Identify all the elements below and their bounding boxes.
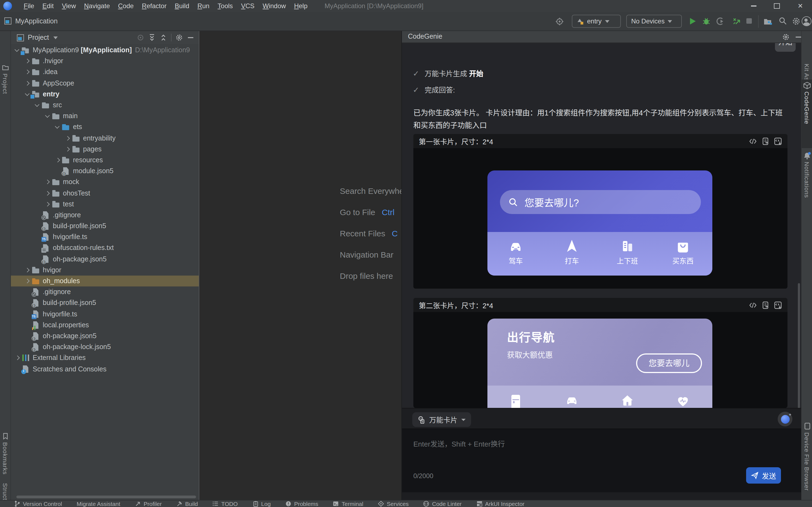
chevron-down-icon[interactable] [53, 36, 58, 39]
tree-row[interactable]: .gitignore [11, 286, 199, 297]
tree-row[interactable]: {}build-profile.json5 [11, 221, 199, 231]
close-button[interactable]: ✕ [789, 0, 812, 12]
status-build[interactable]: Build [176, 501, 198, 507]
status-services[interactable]: Services [378, 501, 409, 507]
status-terminal[interactable]: Terminal [333, 501, 363, 507]
copy-code-icon[interactable] [761, 301, 769, 309]
chevron-expanded-icon[interactable] [33, 101, 41, 109]
tree-row[interactable]: {}oh-package.json5 [11, 331, 199, 341]
chevron-expanded-icon[interactable] [13, 46, 21, 54]
stripe-project[interactable]: Project [2, 73, 8, 94]
chevron-collapsed-icon[interactable] [53, 156, 62, 164]
project-stripe-icon[interactable] [2, 64, 9, 71]
stop-button-disabled[interactable] [746, 17, 753, 24]
tree-row[interactable]: AppScope [11, 77, 199, 89]
status-problems[interactable]: Problems [285, 501, 318, 507]
tree-row[interactable]: {}build-profile.json5 [11, 298, 199, 308]
attach-debugger-button[interactable] [732, 17, 741, 25]
tree-row[interactable]: ohosTest [11, 187, 199, 199]
stripe-notifications[interactable]: Notifications [804, 162, 810, 198]
collapse-all-icon[interactable] [160, 34, 167, 41]
chevron-collapsed-icon[interactable] [23, 277, 31, 285]
tree-row[interactable]: src [11, 100, 199, 111]
tree-row[interactable]: External Libraries [11, 353, 199, 363]
tree-row[interactable]: hvigor [11, 265, 199, 276]
bookmarks-stripe-icon[interactable] [2, 433, 9, 440]
status-migrate-assistant[interactable]: Migrate Assistant [77, 501, 120, 507]
chevron-expanded-icon[interactable] [23, 90, 31, 99]
tree-row[interactable]: {}oh-package-lock.json5 [11, 341, 199, 352]
horizontal-scrollbar[interactable] [16, 496, 196, 498]
panel-gear-icon[interactable] [782, 33, 790, 41]
message-textarea[interactable]: Enter发送，Shift + Enter换行 0/2000 发送 [402, 429, 801, 492]
view-code-icon[interactable] [749, 137, 757, 145]
status-todo[interactable]: TODO [213, 501, 238, 507]
hide-panel-icon[interactable] [187, 34, 194, 41]
chevron-collapsed-icon[interactable] [43, 189, 52, 198]
tree-row[interactable]: TShvigorfile.ts [11, 231, 199, 242]
project-panel-title[interactable]: Project [28, 34, 49, 41]
menu-vcs[interactable]: VCS [237, 0, 258, 12]
maximize-button[interactable] [765, 0, 789, 12]
mode-selector-dropdown[interactable]: 万能卡片 [412, 412, 471, 427]
status-arkui-inspector[interactable]: ArkUI Inspector [476, 501, 524, 507]
chevron-collapsed-icon[interactable] [23, 79, 31, 88]
run-config-dropdown[interactable]: entry [572, 15, 621, 28]
device-stripe-icon[interactable] [804, 422, 810, 430]
chevron-collapsed-icon[interactable] [23, 68, 31, 76]
tree-row[interactable]: pages [11, 144, 199, 154]
status-version-control[interactable]: Version Control [14, 501, 62, 507]
menu-tools[interactable]: Tools [214, 0, 237, 12]
chevron-expanded-icon[interactable] [43, 112, 52, 120]
tree-row[interactable]: Scratches and Consoles [11, 363, 199, 375]
chevron-collapsed-icon[interactable] [43, 200, 52, 208]
debug-button[interactable] [702, 17, 711, 25]
notifications-bell-icon[interactable] [803, 152, 811, 160]
device-dropdown[interactable]: No Devices [626, 15, 682, 28]
stripe-codegenie-active[interactable]: CodeGenie [802, 79, 812, 148]
tree-row[interactable]: .gitignore [11, 210, 199, 221]
export-code-icon[interactable] [774, 301, 782, 309]
project-structure-icon[interactable] [763, 17, 773, 25]
view-code-icon[interactable] [749, 301, 757, 309]
tree-row-selected[interactable]: oh_modules [11, 276, 199, 286]
tree-row[interactable]: main [11, 111, 199, 121]
chevron-collapsed-icon[interactable] [43, 178, 52, 186]
stripe-device-file-browser[interactable]: Device File Browser [804, 433, 810, 491]
tree-row[interactable]: local.properties [11, 320, 199, 330]
tree-row[interactable]: obfuscation-rules.txt [11, 243, 199, 253]
status-code-linter[interactable]: Code Linter [423, 501, 462, 507]
send-button[interactable]: 发送 [746, 467, 781, 484]
tree-row[interactable]: {}oh-package.json5 [11, 253, 199, 264]
run-target-icon[interactable] [556, 17, 564, 25]
panel-settings-gear-icon[interactable] [175, 34, 183, 41]
project-tab-label[interactable]: MyApplication [15, 12, 58, 31]
chevron-collapsed-icon[interactable] [23, 57, 31, 66]
tree-row[interactable]: .idea [11, 67, 199, 77]
menu-run[interactable]: Run [193, 0, 214, 12]
chevron-collapsed-icon[interactable] [23, 266, 31, 275]
menu-file[interactable]: File [19, 0, 39, 12]
tree-row[interactable]: TShvigorfile.ts [11, 308, 199, 320]
tree-row[interactable]: resources [11, 155, 199, 166]
run-button[interactable] [688, 17, 697, 25]
menu-view[interactable]: View [58, 0, 80, 12]
tree-row[interactable]: ets [11, 122, 199, 132]
hide-panel-icon[interactable] [795, 33, 801, 41]
profiler-button-disabled[interactable] [715, 17, 724, 25]
menu-code[interactable]: Code [114, 0, 138, 12]
tree-row[interactable]: test [11, 199, 199, 209]
menu-navigate[interactable]: Navigate [80, 0, 114, 12]
tree-row[interactable]: entryability [11, 132, 199, 144]
menu-window[interactable]: Window [259, 0, 290, 12]
user-avatar[interactable] [802, 16, 811, 26]
chevron-expanded-icon[interactable] [53, 123, 62, 131]
settings-gear-icon[interactable] [792, 17, 801, 25]
copy-code-icon[interactable] [761, 137, 769, 145]
chevron-collapsed-icon[interactable] [63, 134, 72, 143]
tree-row-root[interactable]: MyApplication9 [MyApplication] D:\MyAppl… [11, 45, 199, 56]
menu-build[interactable]: Build [171, 0, 193, 12]
minimize-button[interactable] [742, 0, 765, 12]
tree-row[interactable]: .hvigor [11, 56, 199, 66]
locate-file-icon[interactable] [137, 34, 144, 41]
